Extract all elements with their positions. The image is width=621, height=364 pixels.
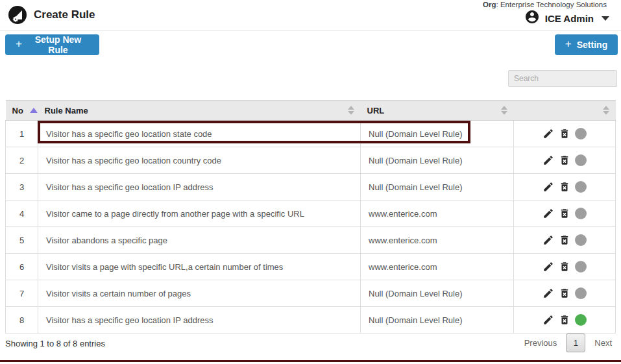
row-no: 5 (6, 227, 38, 254)
row-rule-name: Visitor has a specific geo location stat… (38, 121, 361, 147)
status-indicator[interactable] (575, 314, 587, 326)
status-indicator[interactable] (575, 154, 587, 166)
pagination: Previous 1 Next (524, 334, 612, 352)
row-rule-name: Visitor abandons a specific page (38, 227, 361, 254)
row-rule-name: Visitor has a specific geo location coun… (38, 147, 361, 174)
delete-button[interactable] (559, 128, 570, 140)
status-indicator[interactable] (575, 287, 587, 299)
table-row: 7 Visitor visits a certain number of pag… (6, 280, 616, 307)
chevron-down-icon (602, 16, 609, 21)
row-no: 6 (6, 254, 38, 280)
table-row: 2 Visitor has a specific geo location co… (6, 147, 616, 174)
column-header-rule-name[interactable]: Rule Name (38, 101, 361, 121)
sort-icon (603, 106, 609, 115)
status-indicator[interactable] (575, 208, 587, 219)
row-rule-name: Visitor visits a certain number of pages (38, 280, 361, 307)
sort-asc-icon (30, 108, 38, 113)
row-no: 3 (6, 174, 38, 200)
delete-button[interactable] (559, 234, 570, 246)
edit-button[interactable] (542, 181, 554, 193)
row-rule-name: Visitor has a specific geo location IP a… (38, 307, 361, 334)
row-url: Null (Domain Level Rule) (361, 121, 514, 147)
row-url: www.enterice.com (361, 200, 514, 227)
edit-button[interactable] (542, 154, 554, 166)
table-body: 1 Visitor has a specific geo location st… (6, 121, 616, 334)
column-header-actions[interactable] (514, 101, 616, 121)
search-wrap (508, 70, 617, 87)
rules-table: No Rule Name URL (5, 100, 615, 334)
status-indicator[interactable] (575, 234, 587, 246)
edit-button[interactable] (542, 314, 554, 326)
row-no: 4 (6, 200, 38, 227)
delete-button[interactable] (559, 314, 570, 326)
next-button[interactable]: Next (594, 338, 612, 348)
delete-button[interactable] (559, 261, 570, 273)
edit-button[interactable] (542, 287, 554, 299)
row-rule-name: Visitor has a specific geo location IP a… (38, 174, 361, 200)
setting-button[interactable]: + Setting (555, 34, 618, 55)
page: Create Rule Org: Enterprise Technology S… (0, 0, 621, 364)
column-header-url[interactable]: URL (361, 101, 514, 121)
table-row: 4 Visitor came to a page directly from a… (6, 200, 616, 227)
app-header: Create Rule Org: Enterprise Technology S… (0, 0, 621, 30)
user-name: ICE Admin (545, 13, 594, 24)
status-indicator[interactable] (575, 261, 587, 273)
org-label: Org: Enterprise Technology Solutions (483, 1, 607, 8)
row-no: 7 (6, 280, 38, 307)
row-url: Null (Domain Level Rule) (361, 280, 514, 307)
delete-button[interactable] (559, 287, 570, 299)
delete-button[interactable] (559, 208, 570, 219)
row-url: www.enterice.com (361, 254, 514, 280)
user-avatar-icon (524, 9, 540, 27)
row-url: Null (Domain Level Rule) (361, 174, 514, 200)
sort-icon (501, 106, 507, 115)
app-logo-icon (8, 5, 27, 25)
user-menu[interactable]: ICE Admin (524, 9, 609, 27)
row-rule-name: Visitor came to a page directly from ano… (38, 200, 361, 227)
previous-button[interactable]: Previous (524, 338, 557, 348)
edit-button[interactable] (542, 208, 554, 219)
page-number-button[interactable]: 1 (566, 334, 585, 352)
setup-new-rule-button[interactable]: + Setup New Rule (5, 34, 99, 55)
table-row: 5 Visitor abandons a specific page www.e… (6, 227, 616, 254)
row-no: 1 (6, 121, 38, 147)
delete-button[interactable] (559, 154, 570, 166)
row-url: www.enterice.com (361, 227, 514, 254)
table-row: 6 Visitor visits a page with specific UR… (6, 254, 616, 280)
page-title: Create Rule (34, 8, 95, 21)
table-header-row: No Rule Name URL (6, 101, 616, 121)
edit-button[interactable] (542, 128, 554, 140)
column-header-no[interactable]: No (6, 101, 38, 121)
table-row: 3 Visitor has a specific geo location IP… (6, 174, 616, 200)
row-no: 8 (6, 307, 38, 334)
showing-entries-text: Showing 1 to 8 of 8 entries (5, 339, 105, 348)
bottom-annotation-line (0, 360, 621, 362)
plus-icon: + (16, 38, 22, 51)
sort-icon (348, 106, 354, 115)
plus-icon: + (565, 38, 572, 51)
status-indicator[interactable] (575, 128, 587, 140)
row-url: Null (Domain Level Rule) (361, 307, 514, 334)
delete-button[interactable] (559, 181, 570, 193)
edit-button[interactable] (542, 234, 554, 246)
row-rule-name: Visitor visits a page with specific URL,… (38, 254, 361, 280)
brand: Create Rule (8, 5, 95, 25)
table-row: 8 Visitor has a specific geo location IP… (6, 307, 616, 334)
edit-button[interactable] (542, 261, 554, 273)
status-indicator[interactable] (575, 181, 587, 193)
search-input[interactable] (508, 70, 617, 87)
row-url: Null (Domain Level Rule) (361, 147, 514, 174)
table-row: 1 Visitor has a specific geo location st… (6, 121, 616, 147)
row-no: 2 (6, 147, 38, 174)
